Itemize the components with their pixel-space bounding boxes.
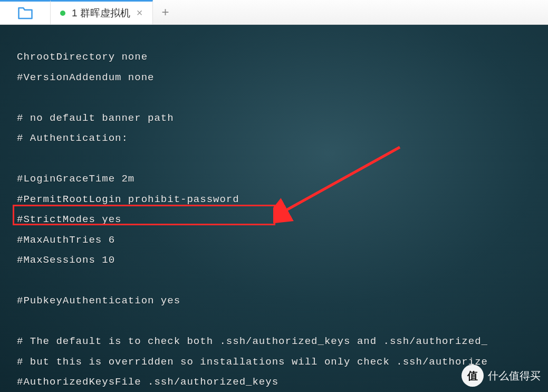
editor-area[interactable]: ChrootDirectory none#VersionAddendum non… (0, 25, 548, 392)
tab-label: 1 群晖虚拟机 (72, 6, 130, 20)
code-line (17, 149, 548, 169)
open-folder-button[interactable] (0, 0, 51, 24)
code-line: #PubkeyAuthentication yes (17, 291, 548, 311)
code-line: ChrootDirectory none (17, 47, 548, 68)
watermark-text: 什么值得买 (488, 369, 541, 383)
code-line (17, 311, 548, 332)
code-line: #VersionAddendum none (17, 68, 548, 88)
code-line: # The default is to check both .ssh/auth… (17, 331, 548, 352)
code-line: #StrictModes yes (17, 209, 548, 230)
code-line: #LoginGraceTime 2m (17, 169, 548, 189)
modified-dot-icon (60, 11, 65, 16)
code-line (17, 271, 548, 291)
close-icon[interactable]: × (137, 7, 143, 19)
code-line: #MaxSessions 10 (17, 250, 548, 271)
watermark: 值 什么值得买 (462, 365, 541, 387)
code-line (17, 88, 548, 108)
code-line: # no default banner path (17, 108, 548, 129)
folder-icon (17, 6, 33, 20)
code-line: #MaxAuthTries 6 (17, 230, 548, 251)
plus-icon: + (162, 5, 169, 20)
code-content: ChrootDirectory none#VersionAddendum non… (17, 47, 548, 392)
watermark-badge: 值 (462, 365, 484, 387)
tab-active[interactable]: 1 群晖虚拟机 × (51, 0, 153, 24)
code-line: #PermitRootLogin prohibit-password (17, 189, 548, 210)
new-tab-button[interactable]: + (153, 0, 178, 24)
tab-bar: 1 群晖虚拟机 × + (0, 0, 548, 25)
code-line: # Authentication: (17, 128, 548, 149)
